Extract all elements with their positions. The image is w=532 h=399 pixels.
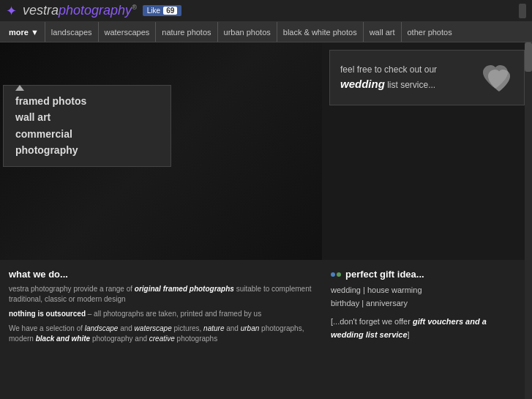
nav-item-urban[interactable]: urban photos [218, 22, 277, 42]
dropdown-item-wall-art[interactable]: wall art [15, 109, 159, 125]
dot-green [337, 272, 341, 277]
nav-item-landscapes[interactable]: landscapes [45, 22, 99, 42]
logo-icon: ✦ [6, 3, 17, 19]
wedding-bold: wedding [340, 78, 385, 90]
nav-item-other[interactable]: other photos [402, 22, 458, 42]
scrollbar-thumb[interactable] [525, 42, 532, 72]
dropdown-arrow [15, 85, 24, 91]
nav-item-nature[interactable]: nature photos [156, 22, 217, 42]
facebook-widget[interactable]: Like 69 [143, 5, 181, 16]
nav-item-wall-art[interactable]: wall art [364, 22, 402, 42]
dropdown-item-framed[interactable]: framed photos [15, 93, 159, 109]
dropdown-item-commercial[interactable]: commercial [15, 126, 159, 142]
logo-photography: photography [59, 3, 132, 18]
nav-item-waterscapes[interactable]: waterscapes [99, 22, 157, 42]
what-we-do-para3: We have a selection of landscape and wat… [9, 324, 313, 344]
scrollbar[interactable] [525, 42, 532, 399]
gift-voucher-text: [...don't forget we offer gift vouchers … [331, 316, 516, 341]
scrollbar-top-right [519, 4, 526, 18]
logo-text: vestraphotography® [23, 3, 137, 18]
what-we-do-section: what we do... vestra photography provide… [0, 260, 322, 399]
logo-vestra: vestra [23, 3, 59, 18]
what-we-do-para1: vestra photography provide a range of or… [9, 284, 313, 305]
nav-item-more[interactable]: more ▼ [3, 22, 45, 42]
dropdown-menu: framed photos wall art commercial photog… [3, 85, 171, 167]
what-we-do-para2: nothing is outsourced – all photographs … [9, 309, 313, 319]
fb-like-label: Like [147, 7, 160, 15]
wedding-text: feel free to check out our wedding list … [340, 63, 470, 93]
heart-icon [477, 59, 514, 96]
dropdown-item-photography[interactable]: photography [15, 142, 159, 158]
gift-bullet-icon [331, 272, 341, 277]
dot-blue [331, 272, 335, 277]
logo-tm: ® [132, 4, 137, 11]
header: ✦ vestraphotography® Like 69 [0, 0, 532, 22]
main-content: framed photos wall art commercial photog… [0, 42, 532, 399]
wedding-prefix: feel free to check out our [340, 64, 437, 75]
what-we-do-heading: what we do... [9, 269, 313, 280]
nav-item-bw[interactable]: black & white photos [277, 22, 364, 42]
right-panel: feel free to check out our wedding list … [322, 42, 532, 260]
wedding-service-box: feel free to check out our wedding list … [329, 50, 525, 105]
nav-bar: more ▼ landscapes waterscapes nature pho… [0, 22, 532, 42]
wedding-suffix: list service... [387, 80, 435, 90]
gift-occasions: wedding | house warming birthday | anniv… [331, 284, 516, 310]
perfect-gift-heading: perfect gift idea... [331, 269, 516, 280]
perfect-gift-section: perfect gift idea... wedding | house war… [322, 260, 525, 399]
logo-area: ✦ vestraphotography® [6, 3, 137, 19]
fb-count: 69 [163, 7, 177, 15]
